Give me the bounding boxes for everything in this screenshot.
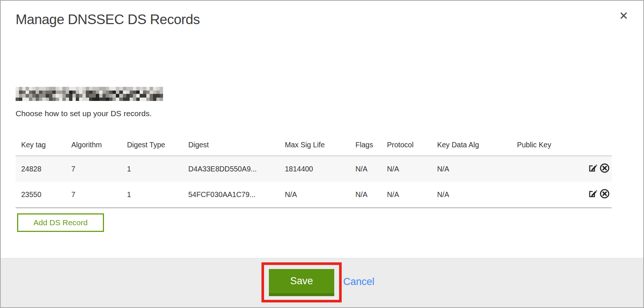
close-icon[interactable]: ✕ [619,10,628,22]
page-title: Manage DNSSEC DS Records [16,12,200,27]
table-row: 23550 7 1 54FCF030AA1C79... N/A N/A N/A … [16,182,612,208]
cell-flags: N/A [350,182,381,208]
cell-algorithm: 7 [66,156,121,182]
delete-circle-icon[interactable] [599,189,610,201]
cell-max-sig-life: N/A [279,182,350,208]
cell-digest: 54FCF030AA1C79... [183,182,279,208]
col-header-flags: Flags [350,134,381,156]
cell-flags: N/A [350,156,381,182]
cell-public-key [511,182,567,208]
table-header-row: Key tag Algorithm Digest Type Digest Max… [16,134,612,156]
table-row: 24828 7 1 D4A33E8DD550A9... 1814400 N/A … [16,156,612,182]
ds-records-table: Key tag Algorithm Digest Type Digest Max… [16,134,612,208]
col-header-public-key: Public Key [511,134,567,156]
col-header-algorithm: Algorithm [66,134,121,156]
cell-key-data-alg: N/A [432,156,511,182]
cell-digest: D4A33E8DD550A9... [183,156,279,182]
add-ds-record-button[interactable]: Add DS Record [17,213,104,232]
col-header-key-data-alg: Key Data Alg [432,134,511,156]
col-header-actions [567,134,612,156]
cell-digest-type: 1 [121,156,183,182]
cell-key-tag: 24828 [16,156,66,182]
col-header-key-tag: Key tag [16,134,66,156]
cell-protocol: N/A [381,156,432,182]
col-header-protocol: Protocol [381,134,432,156]
col-header-digest-type: Digest Type [121,134,183,156]
col-header-digest: Digest [183,134,279,156]
row-actions [567,182,612,208]
cell-digest-type: 1 [121,182,183,208]
cell-max-sig-life: 1814400 [279,156,350,182]
cancel-link[interactable]: Cancel [343,276,374,288]
save-button[interactable]: Save [269,269,334,296]
row-actions [567,156,612,182]
edit-icon[interactable] [588,163,599,175]
domain-name-redacted [16,87,163,101]
manage-dnssec-dialog: Manage DNSSEC DS Records ✕ Choose how to… [0,0,644,308]
delete-circle-icon[interactable] [599,163,610,175]
cell-algorithm: 7 [66,182,121,208]
cell-key-tag: 23550 [16,182,66,208]
col-header-max-sig-life: Max Sig Life [279,134,350,156]
edit-icon[interactable] [588,189,599,201]
cell-key-data-alg: N/A [432,182,511,208]
cell-public-key [511,156,567,182]
cell-protocol: N/A [381,182,432,208]
intro-text: Choose how to set up your DS records. [16,109,152,118]
